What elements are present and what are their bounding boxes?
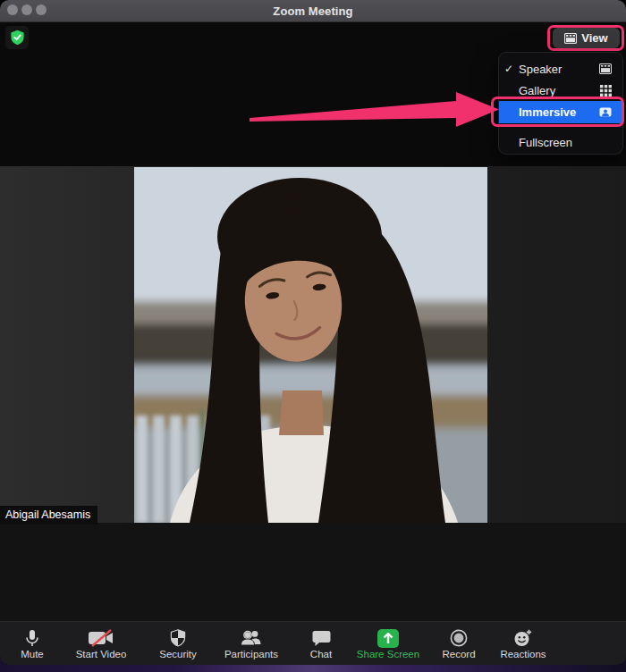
security-shield-icon: [170, 628, 186, 648]
toolbar-button-start-video[interactable]: Start Video: [61, 622, 141, 665]
desktop-wallpaper: Zoom Meeting View ✓ Speaker: [0, 0, 626, 672]
microphone-icon: [24, 628, 40, 648]
stage-background: [0, 523, 626, 621]
encrypted-shield-icon: [10, 29, 25, 46]
speaker-view-area: [0, 166, 626, 523]
reactions-icon: [513, 628, 533, 648]
toolbar-button-participants[interactable]: Participants: [211, 622, 292, 665]
video-camera-off-icon: [87, 628, 115, 648]
view-grid-icon: [564, 33, 577, 44]
speaker-view-icon: [599, 63, 612, 74]
checkmark-icon: ✓: [499, 63, 519, 75]
view-dropdown-menu: ✓ Speaker Gallery: [498, 52, 623, 155]
menu-item-fullscreen[interactable]: Fullscreen: [499, 131, 622, 153]
gallery-view-icon: [600, 85, 612, 97]
meeting-info-button[interactable]: [5, 26, 29, 49]
menu-item-gallery[interactable]: Gallery: [499, 80, 622, 101]
zoom-window-button[interactable]: [36, 4, 47, 15]
meeting-toolbar: Mute Start Video: [0, 621, 626, 665]
share-screen-icon: [377, 628, 399, 648]
menu-item-label: Fullscreen: [519, 136, 622, 149]
immersive-view-icon: [599, 107, 612, 117]
record-icon: [450, 628, 468, 648]
participant-video-tile: [134, 167, 487, 523]
view-button-label: View: [581, 31, 607, 45]
chat-bubble-icon: [312, 628, 331, 648]
participant-name-tag: Abigail Abesamis: [0, 506, 97, 525]
toolbar-button-reactions[interactable]: Reactions: [483, 622, 563, 665]
minimize-window-button[interactable]: [21, 4, 32, 15]
zoom-meeting-window: Zoom Meeting View ✓ Speaker: [0, 0, 626, 665]
toolbar-button-security[interactable]: Security: [138, 622, 218, 665]
title-bar: Zoom Meeting: [0, 0, 626, 22]
menu-item-label: Immersive: [519, 105, 599, 119]
toolbar-button-share-screen[interactable]: Share Screen: [348, 622, 428, 665]
menu-item-label: Gallery: [519, 84, 600, 97]
menu-item-speaker[interactable]: ✓ Speaker: [499, 58, 622, 80]
menu-item-label: Speaker: [519, 63, 599, 76]
menu-item-immersive[interactable]: Immersive: [499, 101, 622, 123]
annotation-arrow: [241, 85, 505, 134]
view-button[interactable]: View: [553, 28, 620, 48]
close-window-button[interactable]: [7, 4, 18, 15]
participant-portrait: [134, 167, 487, 523]
window-title: Zoom Meeting: [273, 4, 352, 18]
participants-icon: [240, 628, 263, 648]
